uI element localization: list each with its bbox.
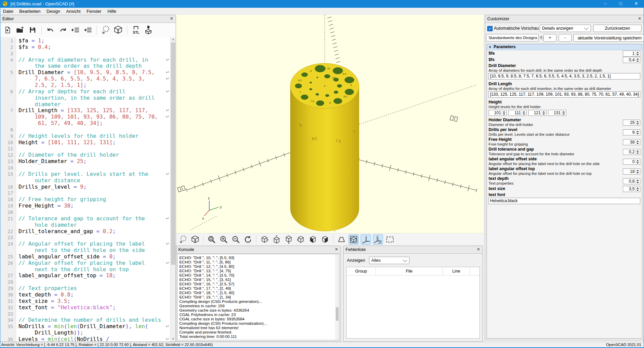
preview-button-2[interactable]: » <box>178 234 188 245</box>
spin-down-icon[interactable] <box>636 123 640 125</box>
maximize-button[interactable]: □ <box>613 0 629 8</box>
spin-box[interactable]: 101 <box>489 110 507 116</box>
render-button-2[interactable] <box>190 234 200 245</box>
print-3d-button[interactable] <box>144 25 153 35</box>
spin-box[interactable]: 38 <box>623 139 640 145</box>
spin-up-icon[interactable] <box>636 139 640 142</box>
show-scale-markers-button[interactable]: 10 <box>373 234 383 245</box>
menu-item-ansicht[interactable]: Ansicht <box>63 8 84 15</box>
reset-button[interactable]: Zurücksetzen <box>593 25 642 32</box>
spin-box[interactable]: 3,5 <box>623 186 640 192</box>
spin-box[interactable]: 0,8 <box>623 178 640 184</box>
redo-button[interactable] <box>58 25 68 35</box>
menu-item-bearbeiten[interactable]: Bearbeiten <box>16 8 43 15</box>
spin-down-icon[interactable] <box>562 113 566 116</box>
menu-item-design[interactable]: Design <box>43 8 63 15</box>
unindent-button[interactable] <box>71 25 80 35</box>
spin-up-icon[interactable] <box>636 186 640 189</box>
parameter-text-input[interactable]: Helvetica:black <box>488 198 640 204</box>
spin-down-icon[interactable] <box>542 113 546 116</box>
spin-box[interactable]: 131 <box>548 110 566 116</box>
export-stl-button[interactable]: STL <box>131 25 141 35</box>
add-preset-button[interactable]: + <box>543 34 557 42</box>
show-axes-button[interactable] <box>361 234 371 245</box>
spin-down-icon[interactable] <box>636 152 640 155</box>
editor-scrollbar[interactable]: ▲ ▼ <box>170 37 176 342</box>
undo-button[interactable] <box>46 25 55 35</box>
indent-button[interactable] <box>83 25 93 35</box>
column-line[interactable]: Line <box>443 267 470 275</box>
menu-item-fenster[interactable]: Fenster <box>83 8 104 15</box>
spin-box[interactable]: 25 <box>623 120 640 126</box>
spin-down-icon[interactable] <box>502 113 506 116</box>
console-scrollbar-thumb[interactable] <box>336 307 338 321</box>
scroll-up-icon[interactable]: ▲ <box>171 37 176 42</box>
spin-up-icon[interactable] <box>502 110 506 113</box>
view-left-button[interactable] <box>296 234 306 245</box>
zoom-out-button[interactable] <box>231 234 241 245</box>
console-close-icon[interactable]: ✕ <box>333 246 339 252</box>
spin-box[interactable]: 18 <box>623 168 640 175</box>
orthogonal-button[interactable] <box>349 234 359 245</box>
menu-item-hilfe[interactable]: Hilfe <box>104 8 119 15</box>
console-scrollbar[interactable] <box>335 254 339 340</box>
spin-up-icon[interactable] <box>562 110 566 113</box>
parameters-header[interactable]: ▼Parameters <box>487 44 642 50</box>
close-button[interactable]: ✕ <box>629 0 644 8</box>
console-output[interactable]: ECHO: "Drill ", 10, ": ", [5.5, 93]ECHO:… <box>177 254 339 340</box>
editor-close-icon[interactable]: ✕ <box>169 15 175 22</box>
spin-down-icon[interactable] <box>636 181 640 184</box>
column-group[interactable]: Group <box>347 267 376 275</box>
spin-box[interactable]: 1 <box>623 51 640 57</box>
save-button[interactable] <box>28 25 37 35</box>
open-file-button[interactable] <box>15 25 25 35</box>
spin-down-icon[interactable] <box>636 54 640 56</box>
spin-up-icon[interactable] <box>542 110 546 113</box>
view-top-button[interactable] <box>272 234 282 245</box>
view-right-button[interactable] <box>259 234 270 245</box>
spin-down-icon[interactable] <box>636 132 640 135</box>
error-table[interactable]: Group File Line <box>346 267 480 339</box>
spin-up-icon[interactable] <box>636 159 640 162</box>
spin-box[interactable]: 121 <box>528 110 546 116</box>
customizer-close-icon[interactable]: ✕ <box>637 15 643 22</box>
spin-box[interactable]: 0,4 <box>623 57 640 63</box>
parameter-text-input[interactable]: [10, 9.5, 9, 8.5, 8, 7.5, 7, 6.5, 6, 5.5… <box>488 73 640 80</box>
editor-scrollbar-thumb[interactable] <box>171 42 175 265</box>
spin-up-icon[interactable] <box>636 51 640 54</box>
spin-down-icon[interactable] <box>522 113 526 116</box>
zoom-all-button[interactable] <box>207 234 217 245</box>
spin-up-icon[interactable] <box>636 179 640 181</box>
code-editor[interactable]: 1$fa = 1;2$fs = 0.4;34// Array of diamet… <box>0 37 171 342</box>
error-filter-dropdown[interactable]: Alles <box>369 257 409 264</box>
spin-up-icon[interactable] <box>636 149 640 152</box>
3d-viewport[interactable]: 109.598.587.576.565.5 98.57.57 z y x <box>176 15 484 233</box>
spin-up-icon[interactable] <box>636 130 640 132</box>
spin-down-icon[interactable] <box>636 171 640 174</box>
auto-preview-checkbox[interactable]: ✓ <box>487 26 493 31</box>
spin-box[interactable]: 9 <box>623 129 640 135</box>
spin-down-icon[interactable] <box>636 60 640 63</box>
view-back-button[interactable] <box>320 234 330 245</box>
perspective-button[interactable] <box>336 234 347 245</box>
spin-box[interactable]: 111 <box>508 110 527 116</box>
zoom-in-button[interactable] <box>219 234 229 245</box>
spin-up-icon[interactable] <box>636 120 640 123</box>
title-bar[interactable]: [#] Drillbits.scad - OpenSCAD [#] – □ ✕ <box>0 0 644 8</box>
spin-up-icon[interactable] <box>636 169 640 171</box>
details-dropdown[interactable]: Details anzeigen <box>540 25 591 32</box>
view-bottom-button[interactable] <box>284 234 294 245</box>
error-list-close-icon[interactable]: ✕ <box>475 246 481 252</box>
column-file[interactable]: File <box>376 267 443 275</box>
view-front-button[interactable] <box>308 234 318 245</box>
reset-view-button[interactable] <box>243 234 253 245</box>
preset-dropdown[interactable]: Standardwerte des Designs <box>486 34 539 41</box>
view-all-button[interactable] <box>385 234 395 245</box>
parameter-text-input[interactable]: [133, 125, 125, 117, 117, 109, 109, 101,… <box>488 91 640 98</box>
render-button[interactable] <box>113 25 123 35</box>
spin-down-icon[interactable] <box>636 162 640 164</box>
spin-down-icon[interactable] <box>636 142 640 145</box>
spin-box[interactable]: 0 <box>623 159 640 165</box>
spin-up-icon[interactable] <box>522 110 526 113</box>
remove-preset-button[interactable]: - <box>559 34 572 42</box>
